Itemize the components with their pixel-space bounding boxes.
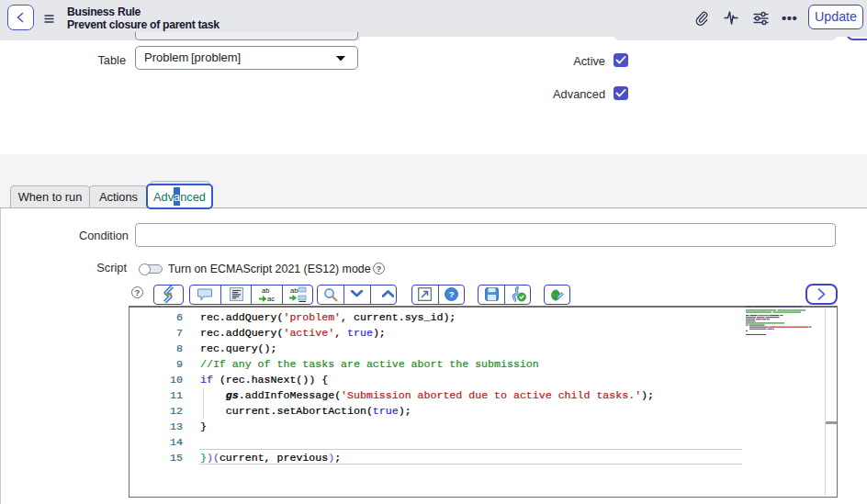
svg-text:?: ?	[449, 289, 455, 299]
svg-text:ab: ab	[262, 286, 269, 295]
svg-text:ab: ab	[290, 286, 298, 295]
svg-text:ac: ac	[267, 295, 275, 303]
